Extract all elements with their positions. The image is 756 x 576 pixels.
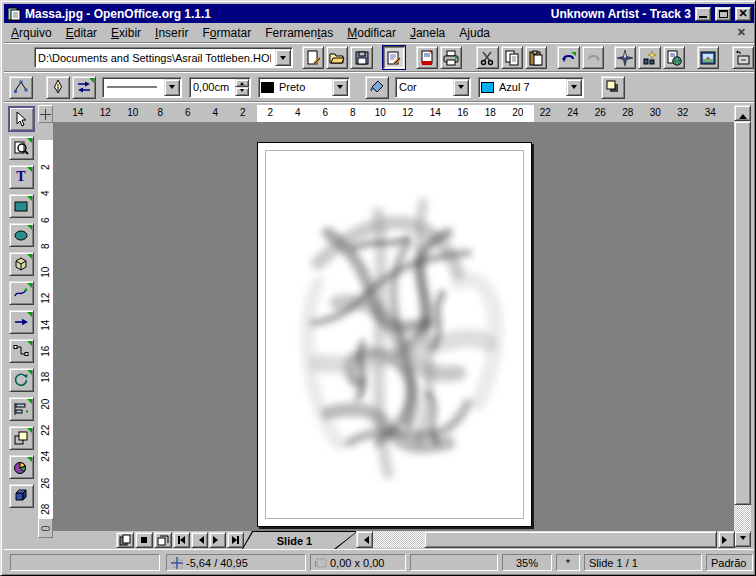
zoom-tool-button[interactable] <box>9 136 34 160</box>
connector-tool-button[interactable] <box>9 339 34 363</box>
3d-objects-tool-button[interactable] <box>9 252 34 276</box>
window-title: Massa.jpg - OpenOffice.org 1.1.1 <box>25 7 211 21</box>
scroll-left-button[interactable] <box>356 531 373 548</box>
horizontal-ruler[interactable]: 1412108642246810121416182022242628303234 <box>53 105 734 123</box>
printer-icon <box>443 50 459 66</box>
vertical-scrollbar-track[interactable] <box>734 505 751 531</box>
object-toolbar: Preto Cor Azul 7 <box>4 73 754 102</box>
close-icon: ✕ <box>738 8 747 19</box>
chevron-down-icon <box>458 85 464 92</box>
scroll-up-button[interactable] <box>734 105 751 121</box>
cursor-position-value: -5,64 / 40,95 <box>186 557 248 569</box>
effects-tool-button[interactable] <box>9 484 34 508</box>
pdf-icon <box>419 50 435 66</box>
master-mode-button[interactable] <box>135 532 153 548</box>
scroll-right-button[interactable] <box>718 531 735 548</box>
fill-color-dropdown[interactable] <box>566 79 582 96</box>
template-name: Padrão <box>711 557 746 569</box>
width-up-button[interactable] <box>235 79 249 88</box>
width-down-button[interactable] <box>235 87 249 96</box>
lines-arrows-tool-button[interactable] <box>9 310 34 334</box>
ellipse-tool-button[interactable] <box>9 223 34 247</box>
select-tool-button[interactable] <box>9 107 34 131</box>
minimize-icon <box>699 16 707 18</box>
presentation-wizard-button[interactable] <box>638 46 660 69</box>
alignment-tool-button[interactable] <box>9 397 34 421</box>
text-tool-button[interactable]: T <box>9 165 34 189</box>
scroll-down-button[interactable] <box>734 531 751 547</box>
close-button[interactable]: ✕ <box>735 7 751 21</box>
status-bar: -5,64 / 40,95 0,00 x 0,00 35% * Slide 1 … <box>4 549 754 574</box>
next-slide-button[interactable] <box>209 532 226 548</box>
url-dropdown-button[interactable] <box>275 49 291 66</box>
ruler-origin-box[interactable] <box>38 105 53 123</box>
menu-modificar[interactable]: Modificar <box>340 24 403 42</box>
horizontal-scrollbar-track[interactable] <box>373 531 424 548</box>
new-document-button[interactable] <box>302 46 324 69</box>
data-sources-button[interactable] <box>732 46 754 69</box>
arrow-down-icon <box>740 536 746 543</box>
cut-button[interactable] <box>476 46 498 69</box>
edit-file-button[interactable] <box>383 46 405 69</box>
fill-button[interactable] <box>365 76 389 99</box>
close-document-icon[interactable]: ✕ <box>737 26 746 39</box>
line-color-swatch <box>261 82 274 93</box>
menu-arquivo[interactable]: Arquivo <box>4 24 59 42</box>
arrow-style-button[interactable] <box>72 76 96 99</box>
first-slide-button[interactable] <box>173 532 190 548</box>
vertical-ruler[interactable]: 24681012141618202224262830 <box>38 123 53 518</box>
menu-janela[interactable]: Janela <box>403 24 452 42</box>
navigator-button[interactable] <box>614 46 636 69</box>
status-slide-panel[interactable]: Slide 1 / 1 <box>584 554 702 571</box>
line-button[interactable] <box>46 76 70 99</box>
page-mode-button[interactable] <box>116 532 134 548</box>
undo-button[interactable] <box>557 46 579 69</box>
line-width-input[interactable] <box>193 81 231 93</box>
horizontal-scrollbar-thumb[interactable] <box>424 531 717 548</box>
vertical-ruler-numbers: 24681012141618202224262830 <box>38 154 53 518</box>
insert-tool-button[interactable] <box>9 455 34 479</box>
menu-ferramentas[interactable]: Ferramentas <box>258 24 340 42</box>
curve-tool-button[interactable] <box>9 281 34 305</box>
gallery-button[interactable] <box>697 46 719 69</box>
menu-editar[interactable]: Editar <box>59 24 104 42</box>
save-button[interactable] <box>350 46 372 69</box>
app-icon[interactable] <box>7 7 21 21</box>
arrow-left-icon <box>360 536 369 544</box>
edit-points-button[interactable] <box>9 76 33 99</box>
menu-formatar[interactable]: Formatar <box>195 24 258 42</box>
layer-mode-button[interactable] <box>154 532 172 548</box>
line-style-dropdown[interactable] <box>164 79 180 96</box>
menu-inserir[interactable]: Inserir <box>148 24 195 42</box>
vertical-scrollbar-thumb[interactable] <box>734 121 751 505</box>
slide-tab[interactable]: Slide 1 <box>242 531 358 549</box>
print-button[interactable] <box>440 46 462 69</box>
slide-page[interactable] <box>257 142 532 527</box>
shadow-button[interactable] <box>601 76 625 99</box>
fill-style-dropdown[interactable] <box>453 79 469 96</box>
url-input[interactable] <box>38 52 271 64</box>
export-pdf-button[interactable] <box>416 46 438 69</box>
rotate-tool-button[interactable] <box>9 368 34 392</box>
redo-button[interactable] <box>582 46 604 69</box>
menu-exibir[interactable]: Exibir <box>104 24 148 42</box>
line-color-value: Preto <box>276 81 331 93</box>
rectangle-tool-button[interactable] <box>9 194 34 218</box>
previous-slide-button[interactable] <box>191 532 208 548</box>
paste-button[interactable] <box>525 46 547 69</box>
web-document-button[interactable] <box>663 46 685 69</box>
text-icon: T <box>16 169 25 185</box>
open-button[interactable] <box>326 46 348 69</box>
copy-button[interactable] <box>501 46 523 69</box>
minimize-button[interactable] <box>695 7 711 21</box>
last-bar-icon <box>237 536 239 544</box>
scissors-icon <box>479 50 495 66</box>
status-zoom-panel[interactable]: 35% <box>502 554 552 571</box>
maximize-button[interactable] <box>715 7 731 21</box>
menu-ajuda[interactable]: Ajuda <box>452 24 497 42</box>
line-color-combobox: Preto <box>258 77 350 98</box>
arrange-tool-button[interactable] <box>9 426 34 450</box>
open-folder-icon <box>329 50 345 66</box>
drawing-canvas[interactable] <box>53 123 734 531</box>
line-color-dropdown[interactable] <box>332 79 348 96</box>
